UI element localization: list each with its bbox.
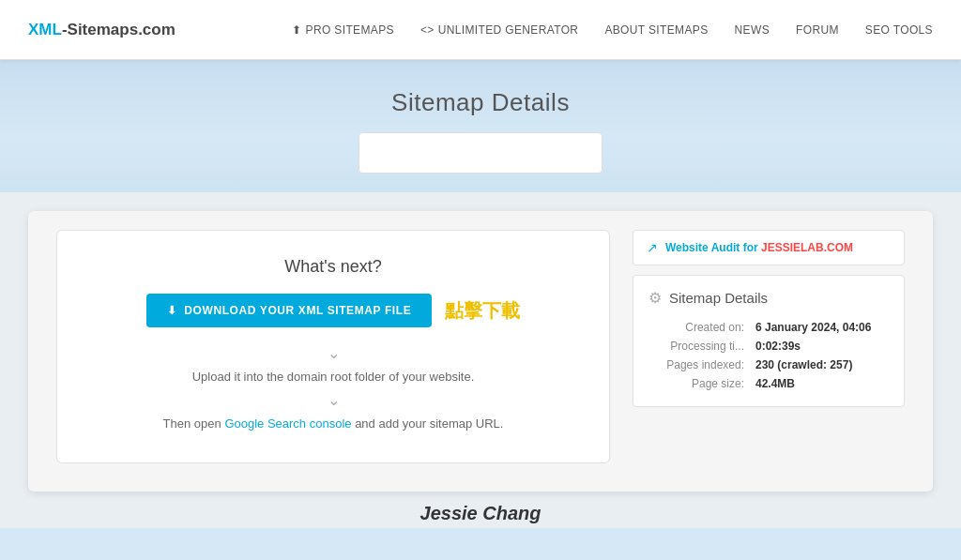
nav-pro-sitemaps[interactable]: ⬆ PRO SITEMAPS [292, 23, 394, 37]
nav-forum[interactable]: FORUM [796, 23, 839, 37]
audit-domain: JESSIELAB.COM [761, 241, 853, 254]
main-bg: What's next? ⬇ DOWNLOAD YOUR XML SITEMAP… [0, 192, 961, 528]
step1-text: Upload it into the domain root folder of… [192, 370, 475, 384]
gear-icon: ⚙ [648, 289, 662, 307]
nav-seo-tools[interactable]: SEO TOOLS [865, 23, 933, 37]
what-next-title: What's next? [284, 257, 381, 277]
download-icon: ⬇ [167, 304, 177, 317]
table-row: Page size: 42.4MB [648, 374, 889, 393]
details-table: Created on: 6 January 2024, 04:06 Proces… [648, 318, 889, 393]
watermark: Jessie Chang [28, 492, 933, 528]
google-console-link[interactable]: Google Search console [224, 416, 351, 431]
table-row: Pages indexed: 230 (crawled: 257) [648, 356, 889, 374]
table-row: Created on: 6 January 2024, 04:06 [648, 318, 889, 337]
main-card: What's next? ⬇ DOWNLOAD YOUR XML SITEMAP… [28, 211, 933, 492]
chevron-down-icon-2: ⌄ [85, 391, 581, 409]
nav-about-sitemaps[interactable]: ABOUT SITEMAPS [604, 23, 708, 37]
nav-news[interactable]: NEWS [735, 23, 770, 37]
sitemap-details-header: ⚙ Sitemap Details [648, 289, 889, 307]
audit-link-text: Website Audit for JESSIELAB.COM [665, 241, 853, 254]
chevron-down-icon-1: ⌄ [85, 344, 581, 362]
step2-text: Then open Google Search console and add … [163, 416, 504, 431]
download-btn-row: ⬇ DOWNLOAD YOUR XML SITEMAP FILE 點擊下載 [146, 294, 521, 327]
sitemap-details-card: ⚙ Sitemap Details Created on: 6 January … [633, 275, 905, 407]
logo-rest: -Sitemaps.com [62, 21, 175, 39]
nav-links: ⬆ PRO SITEMAPS <> UNLIMITED GENERATOR AB… [292, 23, 933, 37]
sitemap-details-title: Sitemap Details [669, 290, 768, 306]
logo[interactable]: XML -Sitemaps.com [28, 21, 175, 39]
logo-xml: XML [28, 21, 62, 39]
left-panel: What's next? ⬇ DOWNLOAD YOUR XML SITEMAP… [56, 230, 610, 463]
hero-input-box[interactable] [358, 132, 603, 174]
chart-icon: ↗︎ [647, 240, 658, 255]
upload-icon: ⬆ [292, 23, 301, 37]
table-row: Processing ti... 0:02:39s [648, 337, 889, 356]
download-button[interactable]: ⬇ DOWNLOAD YOUR XML SITEMAP FILE [146, 294, 433, 327]
hero-title: Sitemap Details [19, 88, 942, 117]
navbar: XML -Sitemaps.com ⬆ PRO SITEMAPS <> UNLI… [0, 0, 961, 60]
code-icon: <> [420, 23, 435, 37]
right-panel: ↗︎ Website Audit for JESSIELAB.COM ⚙ Sit… [633, 230, 905, 407]
nav-unlimited-generator[interactable]: <> UNLIMITED GENERATOR [420, 23, 579, 37]
hero-section: Sitemap Details [0, 60, 961, 192]
chinese-label: 點擊下載 [445, 298, 520, 324]
audit-banner[interactable]: ↗︎ Website Audit for JESSIELAB.COM [633, 230, 905, 265]
